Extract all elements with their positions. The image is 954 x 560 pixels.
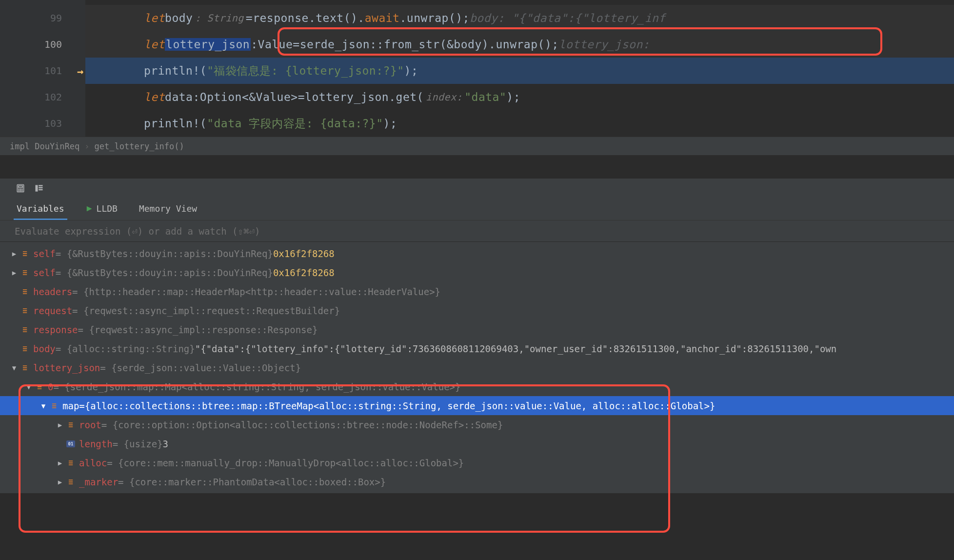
variable-row[interactable]: ▶≡self = {&RustBytes::douyin::apis::DouY…	[0, 244, 954, 263]
variable-type: = {serde_json::value::Value::Object}	[100, 362, 301, 373]
tab-memory-view[interactable]: Memory View	[136, 199, 200, 220]
variable-type: = {serde_json::map::Map<alloc::string::S…	[53, 381, 460, 392]
variable-row[interactable]: ▼≡0 = {serde_json::map::Map<alloc::strin…	[0, 377, 954, 396]
svg-point-2	[19, 189, 19, 189]
svg-point-6	[20, 190, 20, 191]
calculator-icon[interactable]	[16, 183, 25, 193]
variable-row[interactable]: ▶≡_marker = {core::marker::PhantomData<a…	[0, 472, 954, 491]
svg-rect-8	[36, 185, 38, 191]
gutter: 99 100 101 → 102 103	[0, 0, 85, 137]
object-icon: ≡	[66, 478, 75, 486]
line-number: 102	[44, 91, 62, 103]
variable-row[interactable]: ▼≡map = {alloc::collections::btree::map:…	[0, 396, 954, 415]
variable-value: 3	[163, 439, 168, 449]
line-number: 100	[44, 39, 62, 50]
object-icon: ≡	[20, 325, 29, 334]
svg-point-5	[19, 190, 19, 191]
variable-row[interactable]: ▶01length = {usize} 3	[0, 434, 954, 453]
variable-name: response	[33, 324, 78, 335]
variable-type: = {&RustBytes::douyin::apis::DouYinReq}	[56, 267, 273, 278]
object-icon: ≡	[35, 382, 44, 391]
line-number: 103	[44, 118, 62, 129]
chevron-right-icon[interactable]: ▶	[56, 478, 64, 486]
svg-rect-10	[39, 187, 42, 189]
debug-toolbar	[0, 179, 954, 198]
variables-tree[interactable]: ▶≡self = {&RustBytes::douyin::apis::DouY…	[0, 242, 954, 493]
execution-arrow-icon: →	[77, 65, 83, 78]
chevron-down-icon[interactable]: ▼	[24, 383, 33, 391]
variable-type: =	[79, 400, 84, 411]
variable-type: = {http::header::map::HeaderMap<http::he…	[72, 286, 440, 297]
variable-name: self	[33, 267, 56, 278]
chevron-down-icon[interactable]: ▼	[10, 364, 19, 372]
gutter-row: 101 →	[0, 58, 85, 84]
svg-rect-1	[19, 186, 22, 187]
variable-value: {alloc::collections::btree::map::BTreeMa…	[85, 400, 716, 411]
chevron-right-icon: ›	[84, 141, 89, 151]
gutter-row: 100	[0, 31, 85, 58]
object-icon: ≡	[20, 249, 29, 258]
variable-type: = {&RustBytes::douyin::apis::DouYinReq}	[56, 248, 273, 259]
watch-expression-input[interactable]: Evaluate expression (⏎) or add a watch (…	[0, 220, 954, 242]
variable-row[interactable]: ▶≡request = {reqwest::async_impl::reques…	[0, 301, 954, 320]
code-line-current[interactable]: println!("福袋信息是: {lottery_json:?}");	[85, 58, 954, 84]
variable-name: _marker	[79, 477, 118, 487]
variable-name: self	[33, 248, 56, 259]
variable-type: = {usize}	[113, 439, 163, 449]
variable-type: = {core::mem::manually_drop::ManuallyDro…	[107, 458, 464, 468]
variable-name: body	[33, 343, 56, 354]
variable-row[interactable]: ▶≡alloc = {core::mem::manually_drop::Man…	[0, 453, 954, 472]
code-line[interactable]: let lottery_json: Value = serde_json::fr…	[85, 31, 954, 58]
chevron-right-icon[interactable]: ▶	[56, 459, 64, 467]
code-line[interactable]: let data: Option<&Value> = lottery_json.…	[85, 84, 954, 110]
variable-name: request	[33, 305, 72, 316]
debug-tabs: Variables LLDB Memory View	[0, 198, 954, 220]
variable-name: alloc	[79, 458, 107, 468]
variable-value: 0x16f2f8268	[273, 267, 335, 278]
panel-divider[interactable]	[0, 155, 954, 179]
variable-type: = {reqwest::async_impl::request::Request…	[72, 305, 340, 316]
object-icon: ≡	[20, 363, 29, 372]
object-icon: ≡	[20, 306, 29, 315]
chevron-right-icon[interactable]: ▶	[10, 269, 19, 277]
variable-type: = {reqwest::async_impl::response::Respon…	[78, 324, 318, 335]
gutter-row: 103	[0, 110, 85, 137]
variable-type: = {core::option::Option<alloc::collectio…	[101, 420, 503, 430]
variable-value: "{"data":{"lottery_info":{"lottery_id":7…	[195, 343, 836, 354]
code-line[interactable]: let body : String = response.text().awai…	[85, 5, 954, 31]
variable-name: length	[79, 439, 113, 449]
variable-row[interactable]: ▶≡body = {alloc::string::String} "{"data…	[0, 339, 954, 358]
breadcrumb-item[interactable]: get_lottery_info()	[95, 141, 184, 151]
object-icon: ≡	[66, 420, 75, 429]
chevron-down-icon[interactable]: ▼	[39, 402, 48, 410]
variable-row[interactable]: ▶≡headers = {http::header::map::HeaderMa…	[0, 282, 954, 301]
object-icon: ≡	[20, 344, 29, 353]
variable-row[interactable]: ▼≡lottery_json = {serde_json::value::Val…	[0, 358, 954, 377]
variable-name: map	[62, 400, 79, 411]
tab-lldb[interactable]: LLDB	[83, 199, 120, 220]
breadcrumb-item[interactable]: impl DouYinReq	[10, 141, 80, 151]
variable-name: 0	[48, 381, 53, 392]
code-line[interactable]: println!("data 字段内容是: {data:?}");	[85, 110, 954, 137]
variable-row[interactable]: ▶≡response = {reqwest::async_impl::respo…	[0, 320, 954, 339]
chevron-right-icon[interactable]: ▶	[10, 250, 19, 258]
variable-name: lottery_json	[33, 362, 100, 373]
svg-point-4	[22, 189, 22, 189]
code-area[interactable]: let body : String = response.text().awai…	[85, 0, 954, 137]
variable-value: 0x16f2f8268	[273, 248, 335, 259]
object-icon: ≡	[66, 459, 75, 467]
svg-point-3	[20, 189, 20, 189]
primitive-icon: 01	[66, 440, 75, 447]
object-icon: ≡	[20, 268, 29, 277]
gutter-row: 99	[0, 5, 85, 31]
object-icon: ≡	[50, 401, 59, 410]
variable-name: headers	[33, 286, 72, 297]
variable-row[interactable]: ▶≡self = {&RustBytes::douyin::apis::DouY…	[0, 263, 954, 282]
layout-icon[interactable]	[34, 183, 44, 193]
chevron-right-icon[interactable]: ▶	[56, 421, 64, 429]
breadcrumb[interactable]: impl DouYinReq › get_lottery_info()	[0, 137, 954, 155]
tab-variables[interactable]: Variables	[14, 199, 67, 220]
variable-row[interactable]: ▶≡root = {core::option::Option<alloc::co…	[0, 415, 954, 434]
code-editor[interactable]: 99 100 101 → 102 103 let body : String =…	[0, 0, 954, 137]
variable-name: root	[79, 420, 101, 430]
